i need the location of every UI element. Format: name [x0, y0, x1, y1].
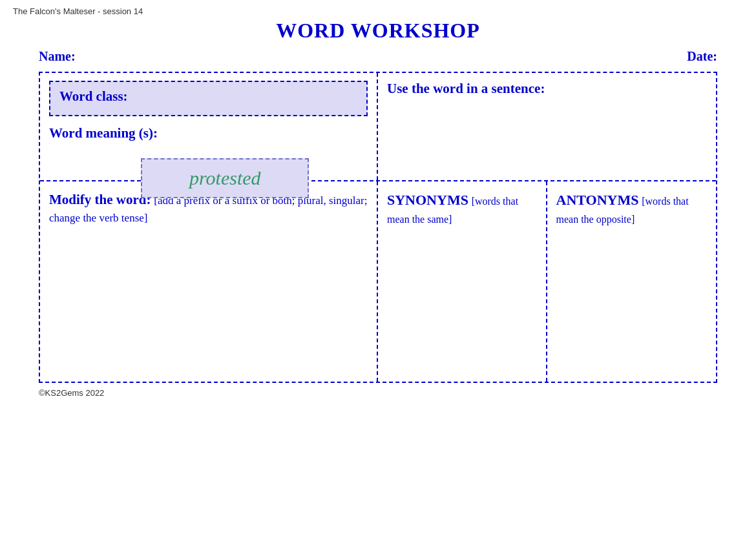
word-class-label: Word class: [59, 88, 128, 104]
modify-bold: Modify the word: [49, 192, 151, 207]
top-left-panel: Word class: Word meaning (s): protested [40, 73, 378, 180]
worksheet-container: Word class: Word meaning (s): protested … [39, 72, 717, 383]
antonyms-label: ANTONYMS [words that mean the opposite] [556, 190, 708, 227]
center-word-box: protested [141, 158, 309, 198]
bottom-section: Modify the word: [add a prefix or a suff… [40, 181, 716, 382]
synonyms-label: SYNONYMS [words that mean the same] [387, 190, 537, 227]
synonyms-panel: SYNONYMS [words that mean the same] [378, 181, 547, 382]
center-word-container: protested [141, 158, 309, 198]
word-class-box: Word class: [49, 81, 368, 116]
use-sentence-label: Use the word in a sentence: [387, 81, 707, 97]
antonyms-big: ANTONYMS [556, 192, 639, 208]
name-label: Name: [39, 49, 76, 64]
modify-panel: Modify the word: [add a prefix or a suff… [40, 181, 378, 382]
word-meaning-label: Word meaning (s): [49, 125, 368, 141]
antonyms-panel: ANTONYMS [words that mean the opposite] [547, 181, 717, 382]
synonyms-big: SYNONYMS [387, 192, 468, 208]
top-section: Word class: Word meaning (s): protested … [40, 73, 716, 181]
top-right-panel: Use the word in a sentence: [378, 73, 716, 180]
session-label: The Falcon's Malteser - session 14 [13, 6, 143, 16]
page-title: WORD WORKSHOP [13, 19, 743, 43]
date-label: Date: [687, 49, 717, 64]
footer: ©KS2Gems 2022 [13, 388, 743, 398]
